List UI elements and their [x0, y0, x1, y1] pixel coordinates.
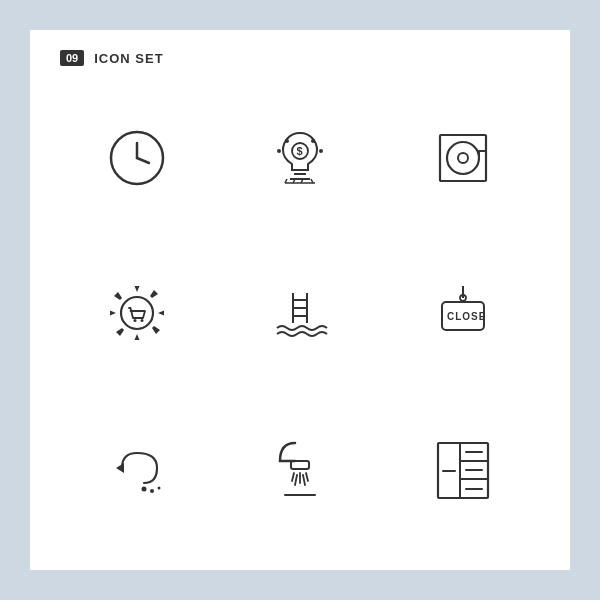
- idea-money-icon-cell: $: [223, 86, 376, 231]
- settings-cart-icon-cell: [60, 241, 213, 386]
- svg-point-9: [311, 139, 315, 143]
- svg-point-8: [277, 149, 281, 153]
- svg-point-20: [121, 297, 153, 329]
- svg-point-10: [319, 149, 323, 153]
- svg-point-32: [141, 486, 146, 491]
- cabinet-icon-cell: [387, 395, 540, 540]
- page-title: ICON SET: [94, 51, 163, 66]
- svg-text:CLOSE: CLOSE: [447, 311, 486, 322]
- settings-cart-icon: [102, 278, 172, 348]
- svg-point-21: [133, 319, 136, 322]
- shower-icon: [265, 433, 335, 503]
- svg-point-7: [285, 139, 289, 143]
- svg-line-40: [303, 475, 305, 485]
- idea-money-icon: $: [265, 123, 335, 193]
- svg-line-38: [306, 473, 308, 481]
- main-card: 09 ICON SET $: [30, 30, 570, 570]
- svg-point-33: [150, 489, 154, 493]
- close-sign-icon: CLOSE: [428, 278, 498, 348]
- swimming-pool-icon: [265, 278, 335, 348]
- cabinet-icon: [428, 433, 498, 503]
- svg-line-2: [137, 158, 149, 163]
- badge: 09: [60, 50, 84, 66]
- clock-icon-cell: [60, 86, 213, 231]
- svg-point-34: [157, 486, 160, 489]
- icon-grid: $: [60, 86, 540, 540]
- undo-dots-icon: [102, 433, 172, 503]
- cd-wallet-icon-cell: [387, 86, 540, 231]
- svg-text:$: $: [296, 145, 302, 157]
- header: 09 ICON SET: [60, 50, 540, 66]
- svg-point-19: [458, 153, 468, 163]
- close-sign-icon-cell: CLOSE: [387, 241, 540, 386]
- svg-point-22: [140, 319, 143, 322]
- swimming-pool-icon-cell: [223, 241, 376, 386]
- shower-icon-cell: [223, 395, 376, 540]
- svg-line-36: [292, 473, 294, 481]
- svg-point-18: [447, 142, 479, 174]
- clock-icon: [102, 123, 172, 193]
- undo-dots-icon-cell: [60, 395, 213, 540]
- cd-wallet-icon: [428, 123, 498, 193]
- svg-line-39: [295, 475, 297, 485]
